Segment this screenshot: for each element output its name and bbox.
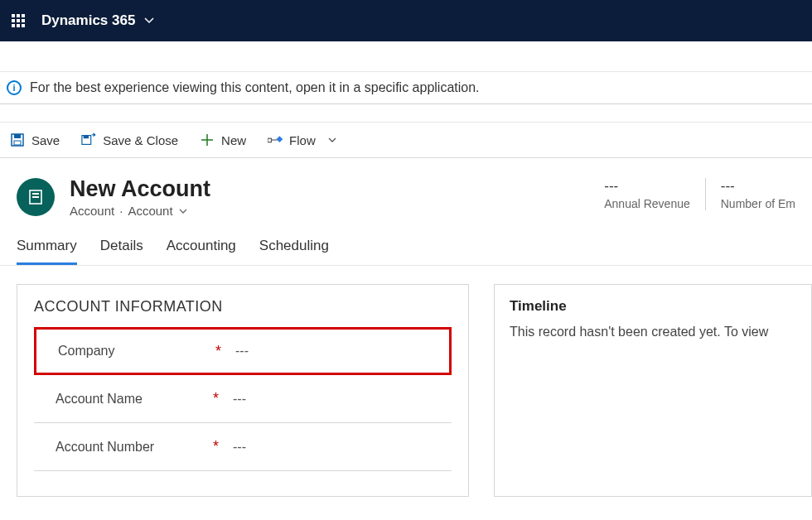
- company-input[interactable]: ---: [235, 344, 449, 359]
- stat-annual-revenue: --- Annual Revenue: [589, 178, 706, 210]
- breadcrumb-sep: ·: [119, 204, 123, 218]
- chevron-down-icon: [327, 135, 337, 145]
- flow-button[interactable]: Flow: [268, 132, 337, 147]
- required-indicator: *: [215, 343, 235, 360]
- app-launcher-icon[interactable]: [10, 12, 27, 29]
- stat-value: ---: [604, 178, 690, 195]
- timeline-panel: Timeline This record hasn't been created…: [494, 284, 812, 497]
- required-indicator: *: [213, 390, 233, 407]
- stat-value: ---: [721, 178, 795, 195]
- record-title: New Account: [70, 176, 210, 202]
- save-close-button[interactable]: Save & Close: [81, 132, 178, 147]
- svg-rect-9: [32, 196, 39, 198]
- brand-title: Dynamics 365: [41, 12, 155, 29]
- stat-label: Annual Revenue: [604, 197, 690, 210]
- command-bar: Save Save & Close New Flow: [0, 123, 812, 158]
- timeline-empty-message: This record hasn't been created yet. To …: [510, 325, 796, 339]
- account-name-input[interactable]: ---: [233, 392, 452, 407]
- field-row-account-name: Account Name * ---: [34, 375, 452, 423]
- tab-accounting[interactable]: Accounting: [167, 229, 236, 265]
- entity-badge-icon: [17, 178, 55, 216]
- gap: [0, 104, 812, 123]
- save-icon: [10, 132, 25, 147]
- stat-label: Number of Em: [721, 197, 795, 210]
- section-title: ACCOUNT INFORMATION: [34, 298, 452, 315]
- chevron-down-icon[interactable]: [143, 15, 155, 26]
- save-close-icon: [81, 132, 96, 147]
- svg-rect-4: [84, 136, 89, 139]
- breadcrumb-form: Account: [128, 204, 172, 218]
- svg-rect-6: [277, 136, 283, 142]
- top-nav-bar: Dynamics 365: [0, 0, 812, 41]
- new-label: New: [221, 133, 246, 147]
- new-button[interactable]: New: [200, 132, 246, 147]
- plus-icon: [200, 132, 215, 147]
- field-label: Company: [58, 344, 215, 359]
- chevron-down-icon: [178, 206, 188, 216]
- account-number-input[interactable]: ---: [233, 440, 452, 455]
- tab-summary[interactable]: Summary: [17, 229, 77, 265]
- info-message: For the best experience viewing this con…: [30, 80, 480, 95]
- breadcrumb[interactable]: Account · Account: [70, 204, 210, 218]
- timeline-title: Timeline: [510, 298, 796, 315]
- record-header: New Account Account · Account --- Annual…: [0, 158, 812, 229]
- record-stats: --- Annual Revenue --- Number of Em: [589, 178, 795, 210]
- form-body: ACCOUNT INFORMATION Company * --- Accoun…: [0, 266, 812, 497]
- svg-rect-2: [14, 141, 21, 145]
- field-label: Account Number: [56, 440, 213, 455]
- tab-details[interactable]: Details: [100, 229, 143, 265]
- spacer: [0, 41, 812, 71]
- field-row-company: Company * ---: [34, 327, 452, 375]
- svg-rect-8: [32, 193, 39, 195]
- svg-rect-5: [268, 138, 272, 142]
- tab-scheduling[interactable]: Scheduling: [259, 229, 329, 265]
- stat-number-employees: --- Number of Em: [706, 178, 795, 210]
- flow-icon: [268, 132, 283, 147]
- flow-label: Flow: [289, 133, 316, 147]
- breadcrumb-entity: Account: [70, 204, 114, 218]
- form-tabs: Summary Details Accounting Scheduling: [0, 229, 812, 266]
- field-row-account-number: Account Number * ---: [34, 423, 452, 471]
- account-information-section: ACCOUNT INFORMATION Company * --- Accoun…: [17, 284, 469, 497]
- save-label: Save: [31, 133, 60, 147]
- save-close-label: Save & Close: [103, 133, 178, 147]
- info-banner: i For the best experience viewing this c…: [0, 71, 812, 104]
- field-label: Account Name: [56, 392, 213, 407]
- info-icon: i: [7, 80, 22, 95]
- svg-rect-1: [14, 134, 21, 138]
- required-indicator: *: [213, 438, 233, 455]
- save-button[interactable]: Save: [10, 132, 60, 147]
- brand-label: Dynamics 365: [41, 12, 135, 29]
